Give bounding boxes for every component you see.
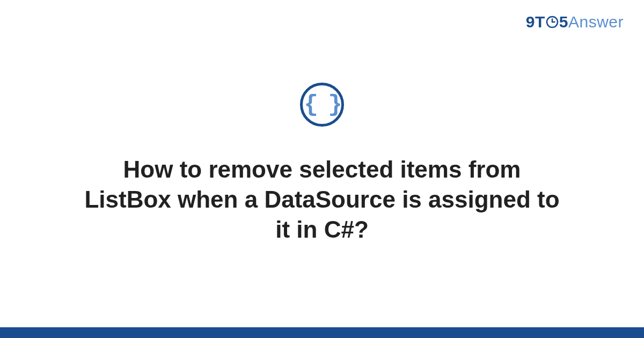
main-content: { } How to remove selected items from Li… bbox=[0, 0, 644, 327]
code-braces-icon: { } bbox=[304, 93, 340, 116]
footer-bar bbox=[0, 327, 644, 338]
question-title: How to remove selected items from ListBo… bbox=[80, 155, 564, 245]
category-badge: { } bbox=[300, 83, 344, 127]
